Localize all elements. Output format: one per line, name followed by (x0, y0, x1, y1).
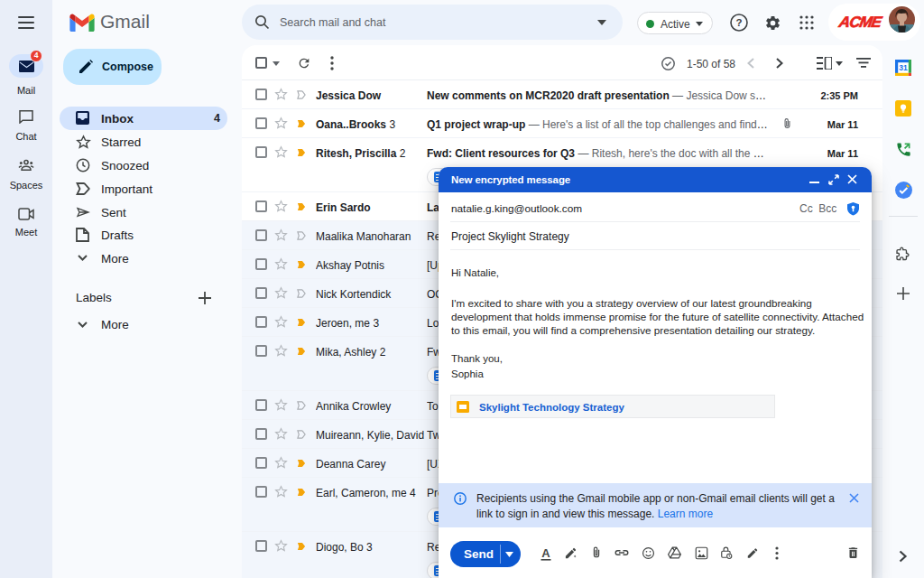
svg-text:A: A (541, 547, 550, 560)
svg-text:?: ? (735, 17, 742, 28)
svg-text:31: 31 (899, 63, 908, 72)
